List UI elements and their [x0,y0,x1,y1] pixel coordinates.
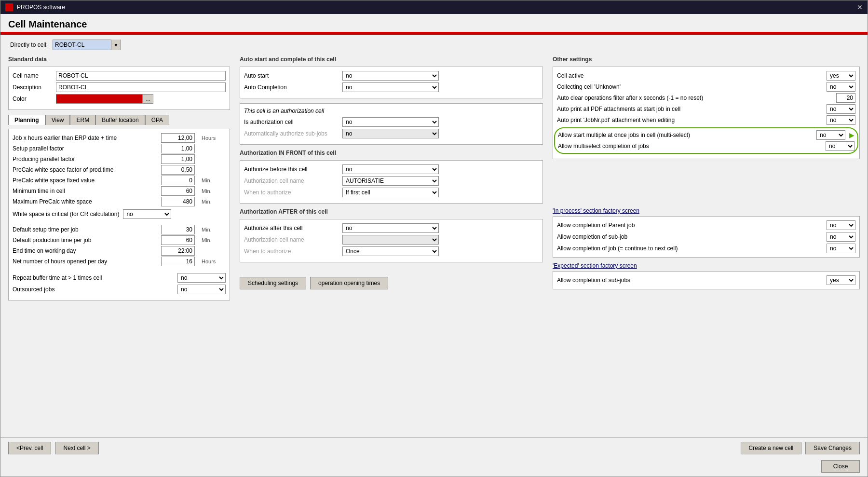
auth-after-label: Authorize after this cell [244,225,340,232]
auto-auth-dropdown[interactable]: no yes [342,129,439,138]
allow-multi-start-select[interactable]: no yes [817,131,845,139]
precalc-ws-fixed-input[interactable] [161,176,195,185]
auto-print-job-dropdown[interactable]: no yes [827,115,855,125]
repeat-buffer-dropdown[interactable]: no yes [177,273,226,283]
green-arrow-icon: ▶ [849,131,854,139]
tab-buffer-location[interactable]: Buffer location [95,115,145,125]
cell-active-dropdown[interactable]: yes no [827,71,855,81]
producing-parallel-input[interactable] [161,154,195,164]
repeat-buffer-select[interactable]: no yes [178,273,225,282]
auto-auth-row: Automatically authorize sub-jobs no yes [244,129,539,138]
max-precalc-input[interactable] [161,197,195,206]
setup-parallel-input[interactable] [161,144,195,153]
auto-print-pdf-select[interactable]: no yes [827,105,855,113]
allow-job-dropdown[interactable]: no yes [827,244,855,253]
allow-parent-dropdown[interactable]: no yes [827,220,855,230]
allow-multi-complete-select[interactable]: no yes [826,142,854,150]
allow-multi-start-dropdown[interactable]: no yes [816,130,845,140]
auth-cell-name-front-dropdown[interactable]: AUTORISATIE [342,176,439,186]
auto-auth-select[interactable]: no yes [343,129,438,138]
auto-print-pdf-label: Auto print all PDF attachments at start … [557,106,825,112]
auth-cell-name-front-select[interactable]: AUTORISATIE [343,177,438,185]
allow-job-select[interactable]: no yes [827,244,855,253]
save-changes-button[interactable]: Save Changes [805,442,860,454]
expected-section-area: 'Expected' section factory screen Allow … [553,262,860,289]
white-space-critical-dropdown[interactable]: no yes [123,209,171,219]
allow-sub-select[interactable]: no yes [827,232,855,241]
allow-sub-dropdown[interactable]: no yes [827,232,855,242]
auto-start-select[interactable]: no yes [343,71,438,80]
min-time-input[interactable] [161,186,195,196]
cell-name-input[interactable] [56,71,226,81]
when-to-auth-after-dropdown[interactable]: Once If first cell Always [342,246,439,256]
white-space-critical-label: White space is critical (for CR calculat… [13,211,119,218]
default-setup-input[interactable] [161,225,195,234]
when-to-auth-after-label: When to authorize [244,248,340,255]
directly-to-cell-input[interactable] [53,40,111,50]
scheduling-buttons-area: Scheduling settings operation opening ti… [240,277,543,289]
prev-cell-button[interactable]: <Prev. cell [8,442,51,454]
auto-clear-input[interactable] [836,93,855,103]
operation-opening-times-button[interactable]: operation opening times [310,277,388,289]
auth-after-select[interactable]: no yes [343,224,438,232]
expected-title[interactable]: 'Expected' section factory screen [553,262,860,269]
outsourced-select[interactable]: no yes [178,285,225,294]
when-to-auth-after-select[interactable]: Once If first cell Always [343,247,438,256]
cell-active-select[interactable]: yes no [827,71,855,80]
when-to-auth-front-label: When to authorize [244,189,340,196]
tab-erm[interactable]: ERM [70,115,95,125]
in-process-title[interactable]: 'In process' section factory screen [553,207,860,214]
auto-completion-select[interactable]: no yes [343,83,438,92]
tab-planning[interactable]: Planning [8,115,45,125]
allow-parent-select[interactable]: no yes [827,221,855,230]
window-close-button[interactable]: ✕ [857,3,863,11]
job-x-hours-input[interactable] [161,133,195,143]
tab-gpa[interactable]: GPA [145,115,169,125]
allow-job-row: Allow completion of job (= continue to n… [557,244,855,253]
other-settings-box: Cell active yes no Collecting cell 'Unkn… [553,67,860,159]
end-time-input[interactable] [161,246,195,256]
net-hours-input[interactable] [161,257,195,266]
auto-start-dropdown[interactable]: no yes [342,71,439,81]
directly-to-cell-arrow[interactable]: ▼ [111,40,121,50]
job-x-hours-unit: Hours [202,135,226,141]
outsourced-dropdown[interactable]: no yes [177,285,226,294]
auto-print-job-select[interactable]: no yes [827,116,855,124]
description-input[interactable] [56,82,226,92]
when-to-auth-front-dropdown[interactable]: If first cell Once Always [342,188,439,197]
collecting-cell-select[interactable]: no yes [827,82,855,91]
min-time-label: Minimum time in cell [13,188,159,194]
is-auth-dropdown[interactable]: no yes [342,117,439,127]
auth-cell-name-after-select[interactable] [343,235,438,244]
auto-completion-dropdown[interactable]: no yes [342,82,439,92]
allow-sub-jobs-dropdown[interactable]: yes no [827,275,855,285]
auth-cell-box: This cell is an authorization cell Is au… [240,103,543,145]
auto-print-pdf-dropdown[interactable]: no yes [827,104,855,114]
auto-clear-row: Auto clear operations filter after x sec… [557,93,855,103]
create-new-cell-button[interactable]: Create a new cell [741,442,802,454]
default-prod-input[interactable] [161,235,195,245]
allow-multi-complete-dropdown[interactable]: no yes [826,141,854,151]
red-accent-bar [0,32,868,35]
next-cell-button[interactable]: Next cell > [55,442,98,454]
collecting-cell-dropdown[interactable]: no yes [827,82,855,92]
auth-cell-name-after-dropdown[interactable] [342,235,439,245]
auth-before-select[interactable]: no yes [343,165,438,174]
is-auth-select[interactable]: no yes [343,118,438,126]
color-picker-button[interactable]: ... [143,94,153,104]
scheduling-settings-button[interactable]: Scheduling settings [240,277,306,289]
auth-before-dropdown[interactable]: no yes [342,164,439,174]
auth-after-dropdown[interactable]: no yes [342,223,439,233]
tab-view[interactable]: View [45,115,70,125]
allow-sub-jobs-select[interactable]: yes no [827,276,855,285]
repeat-buffer-label: Repeat buffer time at > 1 times cell [13,274,176,281]
precalc-ws-input[interactable] [161,165,195,175]
white-space-critical-select[interactable]: no yes [123,210,171,218]
color-label: Color [13,95,56,102]
when-to-auth-front-select[interactable]: If first cell Once Always [343,188,438,197]
planning-grid-2: Default setup time per job Min. Default … [13,225,226,266]
allow-sub-row: Allow completion of sub-job no yes [557,232,855,242]
directly-to-cell-dropdown[interactable]: ▼ [53,40,121,50]
close-button[interactable]: Close [821,460,860,473]
middle-column: Auto start and complete of this cell Aut… [238,56,545,305]
